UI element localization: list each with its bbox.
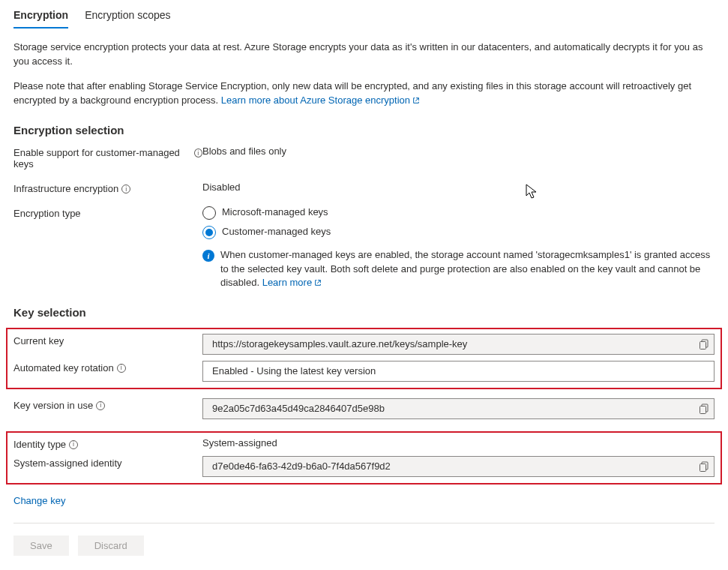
- field-sys-identity: [202, 456, 715, 477]
- field-current-key: [202, 334, 715, 355]
- input-sys-identity[interactable]: [211, 460, 694, 472]
- value-identity-type: System-assigned: [202, 437, 715, 448]
- external-link-icon: [412, 97, 420, 104]
- label-identity-type: Identity type: [13, 439, 66, 450]
- label-current-key: Current key: [13, 335, 64, 346]
- highlight-identity: Identity type i System-assigned System-a…: [6, 431, 722, 484]
- value-infra-encryption: Disabled: [202, 182, 715, 193]
- radio-label: Microsoft-managed keys: [222, 206, 328, 218]
- heading-encryption-selection: Encryption selection: [13, 124, 715, 136]
- radio-label: Customer-managed keys: [222, 226, 331, 237]
- copy-icon[interactable]: [699, 461, 709, 472]
- discard-button[interactable]: Discard: [78, 536, 144, 556]
- info-icon[interactable]: i: [69, 440, 78, 449]
- tabs: Encryption Encryption scopes: [13, 0, 715, 28]
- field-rotation[interactable]: [202, 361, 715, 382]
- input-current-key[interactable]: [211, 338, 694, 350]
- radio-icon: [202, 206, 216, 220]
- input-rotation[interactable]: [211, 364, 709, 377]
- change-key-link[interactable]: Change key: [13, 495, 65, 506]
- info-icon[interactable]: i: [121, 184, 130, 194]
- label-encryption-type: Encryption type: [13, 208, 81, 219]
- label-infra-encryption: Infrastructure encryption: [13, 183, 118, 194]
- info-icon[interactable]: i: [117, 364, 126, 373]
- info-icon[interactable]: i: [96, 401, 105, 410]
- intro-paragraph-2: Please note that after enabling Storage …: [13, 80, 715, 108]
- field-key-version: [202, 398, 715, 419]
- label-sys-identity: System-assigned identity: [13, 458, 122, 469]
- value-cmk-support: Blobs and files only: [202, 146, 715, 157]
- highlight-key-rotation: Current key Automated key rotation i: [6, 328, 722, 389]
- cmk-note: When customer-managed keys are enabled, …: [220, 248, 715, 290]
- svg-rect-1: [700, 341, 706, 349]
- svg-rect-3: [700, 406, 706, 413]
- radio-microsoft-managed[interactable]: Microsoft-managed keys: [202, 206, 715, 220]
- copy-icon[interactable]: [699, 404, 709, 414]
- save-button[interactable]: Save: [13, 536, 69, 556]
- label-key-version: Key version in use: [13, 400, 93, 411]
- divider: [13, 523, 715, 524]
- tab-encryption-scopes[interactable]: Encryption scopes: [85, 4, 170, 28]
- radio-customer-managed[interactable]: Customer-managed keys: [202, 226, 715, 239]
- label-cmk-support: Enable support for customer-managed keys: [13, 147, 191, 170]
- svg-rect-5: [700, 464, 706, 471]
- learn-more-encryption-link[interactable]: Learn more about Azure Storage encryptio…: [221, 94, 420, 106]
- external-link-icon: [314, 279, 322, 286]
- learn-more-cmk-link[interactable]: Learn more: [262, 277, 322, 288]
- input-key-version[interactable]: [211, 402, 694, 415]
- tab-encryption[interactable]: Encryption: [13, 4, 68, 28]
- copy-icon[interactable]: [699, 339, 709, 350]
- intro-paragraph-1: Storage service encryption protects your…: [13, 40, 715, 69]
- info-icon[interactable]: i: [194, 148, 202, 158]
- radio-icon: [202, 226, 216, 239]
- info-icon: i: [202, 250, 214, 262]
- heading-key-selection: Key selection: [13, 306, 715, 319]
- label-rotation: Automated key rotation: [13, 362, 114, 374]
